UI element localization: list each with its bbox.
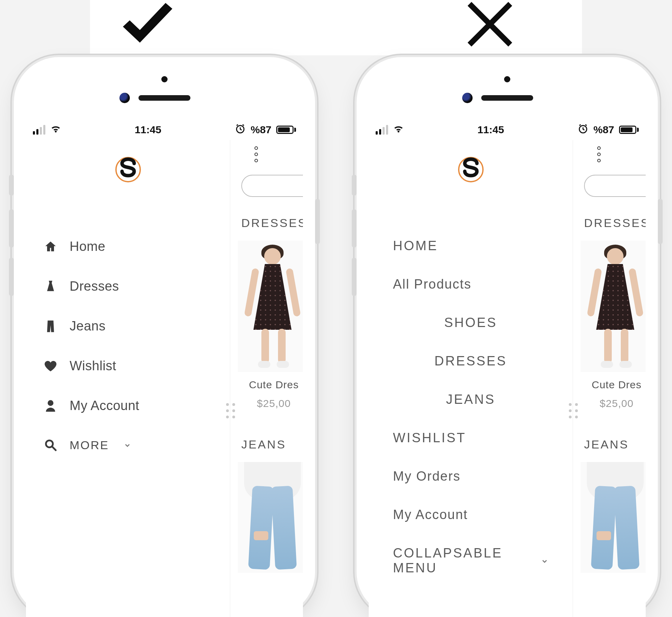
alarm-icon (235, 123, 246, 137)
brand-logo[interactable] (455, 154, 486, 185)
volume-down-button (352, 258, 357, 296)
search-input[interactable] (584, 175, 646, 197)
mute-switch (352, 175, 357, 196)
battery-text: %87 (593, 124, 614, 136)
volume-up-button (9, 209, 14, 247)
sensor-dot (504, 76, 510, 82)
section-title-jeans: JEANS (241, 438, 286, 451)
mute-switch (9, 175, 14, 196)
product-card-dress[interactable]: Cute Dres $25,00 (581, 241, 646, 409)
front-camera (119, 93, 130, 103)
section-title-dresses: DRESSES (584, 216, 646, 230)
product-card-jeans[interactable] (238, 462, 303, 580)
section-title-jeans: JEANS (584, 438, 629, 451)
chevron-down-icon (124, 438, 131, 452)
search-input[interactable] (241, 175, 303, 197)
product-card-dress[interactable]: Cute Dres $25,00 (238, 241, 303, 409)
wifi-icon (393, 123, 404, 137)
volume-up-button (352, 209, 357, 247)
nav-item-my-orders[interactable]: My Orders (393, 457, 548, 496)
more-options-icon[interactable] (597, 146, 601, 162)
nav-item-all-products[interactable]: All Products (393, 265, 548, 303)
nav-item-jeans[interactable]: Jeans (43, 306, 213, 346)
nav-drawer: Home Dresses Jeans (26, 140, 230, 617)
nav-item-collapsable[interactable]: COLLAPSABLE MENU (393, 534, 548, 587)
nav-item-more[interactable]: MORE (43, 426, 213, 464)
content-behind-drawer: DRESSES Cute Dres $25,00 JEANS (581, 140, 646, 617)
status-bar: 11:45 %87 (369, 119, 646, 140)
nav-item-home[interactable]: HOME (393, 227, 548, 265)
home-icon (43, 240, 58, 254)
nav-item-label: MORE (70, 438, 109, 452)
chevron-down-icon (541, 553, 548, 568)
drawer-resize-handle[interactable] (569, 403, 578, 418)
phone-bad: 11:45 %87 HOME (357, 57, 658, 617)
product-price: $25,00 (581, 398, 646, 409)
nav-item-my-account[interactable]: My Account (393, 496, 548, 534)
status-time: 11:45 (477, 124, 504, 136)
drawer-resize-handle[interactable] (226, 403, 235, 418)
heart-icon (43, 359, 58, 373)
cross-icon (460, 0, 519, 50)
check-icon (118, 0, 177, 50)
cell-signal-icon (33, 125, 45, 135)
status-bar: 11:45 %87 (26, 119, 303, 140)
nav-item-label: Dresses (70, 279, 119, 294)
screen: 11:45 %87 HOME (369, 119, 646, 617)
dress-icon (43, 280, 58, 293)
power-button (658, 199, 663, 244)
nav-item-account[interactable]: My Account (43, 386, 213, 426)
svg-point-1 (116, 157, 140, 182)
nav-item-dresses[interactable]: DRESSES (393, 342, 548, 380)
sensor-dot (161, 76, 168, 82)
nav-item-home[interactable]: Home (43, 227, 213, 266)
nav-item-dresses[interactable]: Dresses (43, 266, 213, 306)
ear-speaker (138, 95, 190, 101)
search-icon (43, 438, 58, 452)
nav-item-label: Home (70, 239, 105, 254)
product-card-jeans[interactable] (581, 462, 646, 580)
nav-item-label: My Account (70, 398, 139, 413)
nav-item-label: Wishlist (70, 359, 116, 373)
user-icon (43, 399, 58, 413)
volume-down-button (9, 258, 14, 296)
product-name: Cute Dres (581, 379, 646, 391)
nav-item-wishlist[interactable]: WISHLIST (393, 419, 548, 457)
battery-text: %87 (251, 124, 271, 136)
screen: 11:45 %87 (26, 119, 303, 617)
front-camera (462, 93, 473, 103)
nav-item-shoes[interactable]: SHOES (393, 303, 548, 342)
svg-point-4 (459, 157, 483, 182)
product-image (238, 241, 303, 372)
ear-speaker (481, 95, 533, 101)
battery-icon (619, 126, 639, 134)
cell-signal-icon (376, 125, 388, 135)
content-behind-drawer: DRESSES Cute Dres $25,00 JEANS (238, 140, 303, 617)
product-image (581, 462, 646, 573)
nav-item-label: COLLAPSABLE MENU (393, 546, 533, 575)
nav-item-wishlist[interactable]: Wishlist (43, 346, 213, 386)
alarm-icon (577, 123, 589, 137)
more-options-icon[interactable] (254, 146, 258, 162)
jeans-icon (43, 319, 58, 333)
wifi-icon (50, 123, 61, 137)
brand-logo[interactable] (113, 154, 144, 185)
product-price: $25,00 (238, 398, 303, 409)
battery-icon (276, 126, 296, 134)
nav-drawer: HOME All Products SHOES DRESSES JEANS WI… (369, 140, 573, 617)
phone-good: 11:45 %87 (14, 57, 315, 617)
product-name: Cute Dres (238, 379, 303, 391)
section-title-dresses: DRESSES (241, 216, 303, 230)
product-image (581, 241, 646, 372)
nav-item-label: Jeans (70, 319, 106, 334)
product-image (238, 462, 303, 573)
power-button (315, 199, 320, 244)
status-time: 11:45 (135, 124, 161, 136)
nav-item-jeans[interactable]: JEANS (393, 380, 548, 419)
